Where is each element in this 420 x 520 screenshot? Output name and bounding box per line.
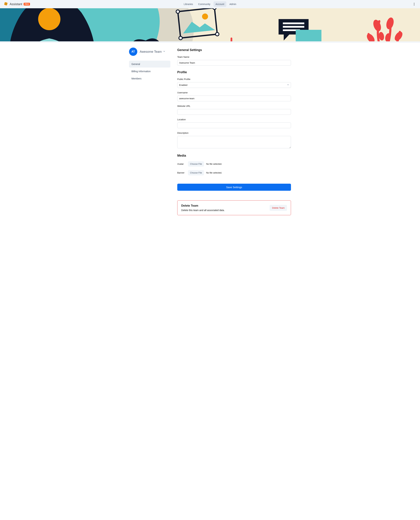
team-switcher[interactable]: AT Awesome Team	[129, 48, 170, 56]
delete-team-description: Delete this team and all associated data…	[181, 209, 225, 211]
public-profile-label: Public Profile	[177, 78, 291, 81]
profile-title: Profile	[177, 70, 291, 74]
description-input[interactable]	[177, 136, 291, 148]
website-input[interactable]	[177, 109, 291, 115]
chevron-down-icon	[163, 50, 165, 53]
public-profile-select[interactable]: Enabled	[177, 82, 291, 88]
avatar-file-status: No file selected.	[206, 163, 222, 165]
sidebar-nav: General Billing Information Members	[129, 61, 170, 82]
avatar-label: Avatar	[177, 163, 186, 165]
svg-point-17	[179, 36, 182, 40]
banner-file-status: No file selected.	[206, 172, 222, 174]
media-title: Media	[177, 154, 291, 158]
team-name-input[interactable]	[177, 60, 291, 66]
delete-team-button[interactable]: Delete Team	[270, 205, 287, 211]
svg-point-6	[414, 3, 414, 3]
more-menu-icon[interactable]	[412, 2, 417, 7]
location-input[interactable]	[177, 122, 291, 128]
username-input[interactable]	[177, 96, 291, 101]
save-settings-button[interactable]: Save Settings	[177, 184, 291, 191]
banner-label: Banner	[177, 172, 186, 174]
header-right	[412, 2, 417, 7]
nav-account[interactable]: Account	[213, 1, 226, 7]
sidebar-item-members[interactable]: Members	[129, 75, 170, 82]
username-label: Username	[177, 91, 291, 94]
svg-point-10	[38, 8, 60, 30]
pro-badge: PRO	[24, 3, 30, 6]
team-avatar: AT	[129, 48, 137, 56]
delete-team-panel: Delete Team Delete this team and all ass…	[177, 200, 291, 215]
delete-team-title: Delete Team	[181, 204, 225, 207]
general-settings-title: General Settings	[177, 48, 291, 52]
main-nav: Libraries Community Account Admin	[182, 1, 238, 7]
avatar-choose-file-button[interactable]: Choose File	[188, 161, 204, 167]
app-name: Assistant	[10, 2, 22, 6]
sidebar-item-billing[interactable]: Billing Information	[129, 68, 170, 75]
sidebar-item-general[interactable]: General	[129, 61, 170, 68]
main-settings: General Settings Team Name Profile Publi…	[177, 48, 291, 215]
page-content: AT Awesome Team General Billing Informat…	[126, 43, 294, 226]
sidebar: AT Awesome Team General Billing Informat…	[129, 48, 170, 215]
svg-point-16	[213, 8, 216, 10]
top-header: Assistant PRO Libraries Community Accoun…	[0, 0, 420, 8]
nav-admin[interactable]: Admin	[227, 1, 238, 7]
app-logo-icon	[3, 1, 8, 7]
banner-image	[0, 8, 420, 43]
nav-community[interactable]: Community	[196, 1, 212, 7]
svg-point-18	[215, 32, 219, 36]
website-label: Website URL	[177, 105, 291, 107]
svg-point-8	[414, 5, 414, 5]
description-label: Description	[177, 132, 291, 134]
team-name-label: Awesome Team	[140, 50, 162, 53]
svg-point-7	[414, 4, 414, 4]
logo-area: Assistant PRO	[3, 1, 30, 7]
nav-libraries[interactable]: Libraries	[182, 1, 195, 7]
svg-point-15	[176, 10, 180, 14]
location-label: Location	[177, 118, 291, 121]
team-name-label: Team Name	[177, 56, 291, 58]
banner-choose-file-button[interactable]: Choose File	[188, 170, 204, 175]
